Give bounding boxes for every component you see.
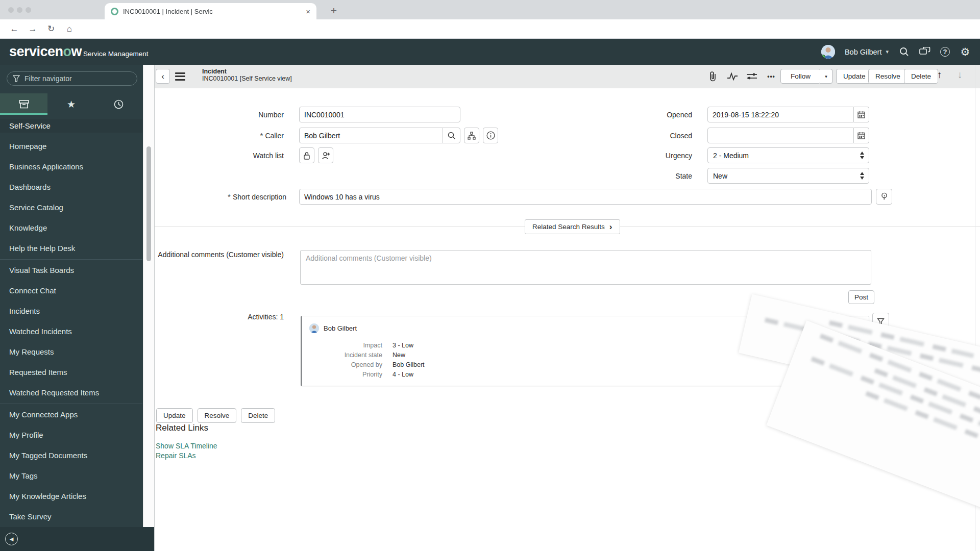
reference-lookup-icon[interactable] [443, 128, 460, 143]
sidebar-item-my-tagged-documents[interactable]: My Tagged Documents [0, 445, 142, 466]
browser-tab-strip: INC0010001 | Incident | Servic × + [0, 0, 980, 19]
help-icon[interactable]: ? [940, 47, 950, 57]
closed-field[interactable] [707, 128, 854, 143]
browser-back-icon[interactable]: ← [8, 23, 20, 35]
caller-label: *Caller [155, 131, 284, 140]
filter-navigator[interactable] [7, 71, 137, 86]
sidebar-item-my-profile[interactable]: My Profile [0, 425, 142, 445]
show-related-records-icon[interactable] [464, 128, 479, 143]
sidebar-footer: ◀ [0, 527, 154, 551]
record-header: ‹ Incident INC0010001 [Self Service view… [155, 65, 980, 88]
sidebar-item-connect-chat[interactable]: Connect Chat [0, 281, 142, 301]
opened-field[interactable] [707, 107, 854, 122]
previous-record-icon[interactable]: ↑ [937, 69, 942, 81]
select-spinner-icon [860, 152, 864, 159]
update-button-bottom[interactable]: Update [156, 408, 193, 423]
show-sla-timeline-link[interactable]: Show SLA Timeline [156, 442, 217, 450]
archive-box-icon [19, 100, 29, 109]
attachment-icon[interactable] [707, 71, 719, 82]
urgency-value: 2 - Medium [713, 152, 749, 160]
delete-button-bottom[interactable]: Delete [241, 408, 275, 423]
sidebar-item-help-the-help-desk[interactable]: Help the Help Desk [0, 238, 142, 259]
app-banner: servicenow Service Management Bob Gilber… [0, 39, 980, 65]
sidebar-item-dashboards[interactable]: Dashboards [0, 177, 142, 197]
activity-stream-icon[interactable] [726, 71, 739, 82]
select-spinner-icon [860, 172, 864, 180]
application-navigator: ★ Self-Service Homepage Business Applica… [0, 65, 154, 551]
state-label: State [614, 172, 692, 180]
connect-chat-icon[interactable] [919, 46, 930, 58]
browser-home-icon[interactable]: ⌂ [63, 23, 76, 35]
resolve-button[interactable]: Resolve [868, 69, 908, 84]
browser-reload-icon[interactable]: ↻ [45, 23, 57, 35]
sidebar-item-incidents[interactable]: Incidents [0, 301, 142, 321]
sidebar-item-business-applications[interactable]: Business Applications [0, 157, 142, 177]
sidebar-item-watched-incidents[interactable]: Watched Incidents [0, 321, 142, 342]
clock-icon [114, 99, 124, 109]
new-tab-button[interactable]: + [327, 4, 341, 18]
sidebar-item-my-connected-apps[interactable]: My Connected Apps [0, 405, 142, 425]
window-controls[interactable] [8, 7, 31, 13]
delete-button[interactable]: Delete [904, 69, 938, 84]
menu-divider [0, 404, 142, 404]
comments-textarea[interactable] [300, 250, 871, 285]
sidebar-item-my-tags[interactable]: My Tags [0, 466, 142, 486]
back-button[interactable]: ‹ [156, 69, 170, 84]
knowledge-search-icon[interactable] [876, 189, 892, 205]
caller-input[interactable] [300, 128, 443, 143]
user-avatar[interactable] [821, 45, 835, 59]
follow-button[interactable]: Follow [780, 69, 821, 84]
state-select[interactable]: New [707, 168, 869, 184]
sidebar-item-knowledge[interactable]: Knowledge [0, 218, 142, 238]
browser-tab[interactable]: INC0010001 | Incident | Servic × [105, 3, 316, 19]
more-options-icon[interactable]: ••• [765, 71, 777, 82]
tab-all-applications[interactable] [0, 93, 47, 115]
gear-icon[interactable]: ⚙ [960, 46, 971, 58]
record-title: Incident INC0010001 [Self Service view] [202, 68, 292, 82]
product-name: Service Management [83, 50, 149, 58]
sidebar-item-visual-task-boards[interactable]: Visual Task Boards [0, 260, 142, 281]
repair-slas-link[interactable]: Repair SLAs [156, 452, 196, 460]
sidebar-item-my-knowledge-articles[interactable]: My Knowledge Articles [0, 486, 142, 507]
sidebar-scrollbar[interactable] [143, 65, 154, 527]
sidebar-item-take-survey[interactable]: Take Survey [0, 507, 142, 527]
global-search-icon[interactable] [898, 46, 910, 58]
chevron-down-icon[interactable]: ▾ [886, 48, 889, 55]
collapse-sidebar-icon[interactable]: ◀ [5, 533, 18, 545]
sidebar-item-homepage[interactable]: Homepage [0, 136, 142, 157]
sidebar-item-my-requests[interactable]: My Requests [0, 342, 142, 362]
preview-record-icon[interactable] [483, 128, 498, 143]
sidebar-item-service-catalog[interactable]: Service Catalog [0, 197, 142, 218]
post-button[interactable]: Post [848, 290, 874, 304]
lock-icon[interactable] [299, 147, 314, 163]
scrollbar-thumb[interactable] [146, 146, 151, 261]
tab-history[interactable] [95, 93, 142, 115]
caller-reference-field [299, 128, 460, 143]
record-subtitle: INC0010001 [Self Service view] [202, 75, 292, 82]
user-menu[interactable]: Bob Gilbert [845, 48, 882, 56]
add-user-icon[interactable] [318, 147, 333, 163]
navigator-tabs: ★ [0, 93, 142, 115]
nav-menu: Homepage Business Applications Dashboard… [0, 133, 142, 527]
resolve-button-bottom[interactable]: Resolve [198, 408, 237, 423]
presence-dot [821, 55, 825, 59]
personalize-form-icon[interactable] [746, 71, 758, 82]
calendar-icon[interactable] [854, 107, 869, 122]
urgency-select[interactable]: 2 - Medium [707, 147, 869, 163]
tab-close-icon[interactable]: × [306, 7, 310, 16]
filter-navigator-input[interactable] [24, 74, 121, 83]
tab-title: INC0010001 | Incident | Servic [123, 8, 285, 15]
update-button[interactable]: Update [836, 69, 873, 84]
short-description-field[interactable] [299, 189, 872, 205]
next-record-icon[interactable]: ↓ [958, 69, 963, 81]
form-context-menu-icon[interactable] [175, 72, 185, 81]
tab-favorites[interactable]: ★ [47, 93, 95, 115]
number-field[interactable] [299, 107, 460, 122]
sidebar-item-watched-requested-items[interactable]: Watched Requested Items [0, 383, 142, 403]
sidebar-item-requested-items[interactable]: Requested Items [0, 362, 142, 383]
calendar-icon[interactable] [854, 128, 869, 143]
related-search-results-button[interactable]: Related Search Results › [525, 219, 620, 234]
browser-forward-icon[interactable]: → [27, 23, 39, 35]
activity-user: Bob Gilbert [324, 324, 357, 332]
follow-dropdown-icon[interactable]: ▾ [820, 69, 832, 84]
